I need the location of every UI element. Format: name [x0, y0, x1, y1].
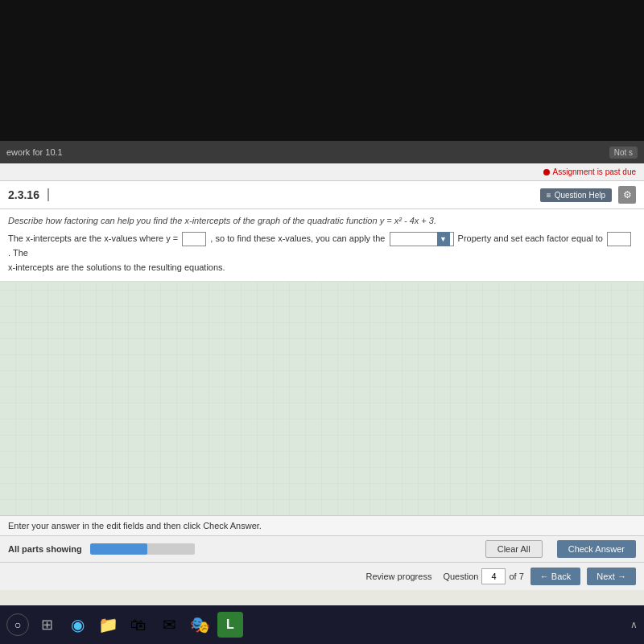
dropdown-property[interactable]: ▼	[390, 232, 454, 246]
back-button[interactable]: ← Back	[530, 568, 581, 585]
question-number-input[interactable]	[481, 568, 506, 584]
check-answer-button[interactable]: Check Answer	[557, 540, 636, 558]
question-header-right: ≡ Question Help ⚙	[540, 186, 636, 204]
taskbar-search[interactable]: ○	[6, 613, 29, 636]
search-icon: ○	[14, 618, 21, 631]
dropdown-arrow: ▼	[437, 232, 450, 246]
review-progress-text: Review progress	[365, 572, 431, 581]
launcher-icon: L	[226, 617, 234, 632]
taskbar-edge-icon[interactable]: ◉	[64, 612, 90, 638]
browser-chrome: ework for 10.1 Not s	[0, 141, 644, 163]
settings-button[interactable]: ⚙	[618, 186, 636, 204]
top-black-area	[0, 0, 644, 141]
question-of-text: of 7	[509, 572, 523, 581]
taskbar-store-icon[interactable]: 🛍	[126, 612, 151, 638]
body-part1: The x-intercepts are the x-values where …	[8, 233, 178, 243]
taskbar-chevron-icon: ∧	[630, 619, 638, 630]
question-number: 2.3.16	[8, 188, 49, 201]
content-wrapper: 2.3.16 ≡ Question Help ⚙ Describe how fa…	[0, 181, 644, 644]
progress-bar-container	[90, 543, 195, 555]
taskbar: ○ ⊞ ◉ 📁 🛍 ✉ 🎭 L ∧	[0, 605, 644, 644]
question-nav: Question of 7	[443, 568, 523, 584]
taskbar-folder-icon[interactable]: 📁	[95, 612, 121, 638]
store-icon: 🛍	[130, 616, 147, 634]
question-text-area: Describe how factoring can help you find…	[0, 209, 644, 282]
taskbar-media-icon[interactable]: 🎭	[187, 612, 213, 638]
parts-label: All parts showing	[8, 544, 82, 554]
screen-wrapper: ework for 10.1 Not s Assignment is past …	[0, 0, 644, 644]
body-part4: . The	[8, 248, 28, 258]
body-part2: , so to find these x-values, you can app…	[210, 233, 385, 243]
mail-icon: ✉	[163, 615, 176, 634]
navigation-bar: Review progress Question of 7 ← Back Nex…	[0, 562, 644, 590]
answer-box-1[interactable]	[182, 232, 206, 246]
middle-area	[0, 282, 644, 515]
body-part5: x-intercepts are the solutions to the re…	[8, 262, 225, 272]
question-header: 2.3.16 ≡ Question Help ⚙	[0, 181, 644, 209]
taskbar-mail-icon[interactable]: ✉	[156, 612, 182, 638]
taskbar-launcher-icon[interactable]: L	[217, 612, 243, 638]
gear-icon: ⚙	[623, 189, 632, 200]
assignment-due-text: Assignment is past due	[553, 167, 636, 176]
help-grid-icon: ≡	[547, 191, 551, 200]
next-button[interactable]: Next →	[587, 568, 636, 585]
assignment-bar: Assignment is past due	[0, 163, 644, 181]
media-icon: 🎭	[190, 615, 210, 634]
folder-icon: 📁	[98, 615, 118, 634]
browser-right: Not s	[609, 148, 638, 157]
browser-tab-text: ework for 10.1	[6, 147, 63, 157]
question-description: Describe how factoring can help you find…	[8, 216, 636, 225]
question-body: The x-intercepts are the x-values where …	[8, 232, 636, 275]
edge-icon: ◉	[71, 615, 85, 634]
instruction-bar: Enter your answer in the edit fields and…	[0, 515, 644, 535]
question-nav-label: Question	[443, 572, 478, 581]
taskbar-widgets-icon[interactable]: ⊞	[34, 612, 60, 638]
parts-bar: All parts showing Clear All Check Answer	[0, 535, 644, 562]
widgets-icon: ⊞	[41, 616, 53, 634]
help-button-label: Question Help	[555, 191, 605, 200]
answer-box-2[interactable]	[607, 232, 631, 246]
assignment-due: Assignment is past due	[543, 167, 636, 176]
progress-bar-fill	[90, 543, 148, 555]
clear-all-button[interactable]: Clear All	[485, 540, 543, 558]
instruction-text: Enter your answer in the edit fields and…	[8, 521, 262, 530]
question-help-button[interactable]: ≡ Question Help	[540, 188, 612, 202]
not-badge: Not s	[609, 147, 638, 159]
taskbar-right: ∧	[630, 619, 638, 630]
due-dot	[543, 169, 550, 175]
body-part3: Property and set each factor equal to	[458, 233, 603, 243]
